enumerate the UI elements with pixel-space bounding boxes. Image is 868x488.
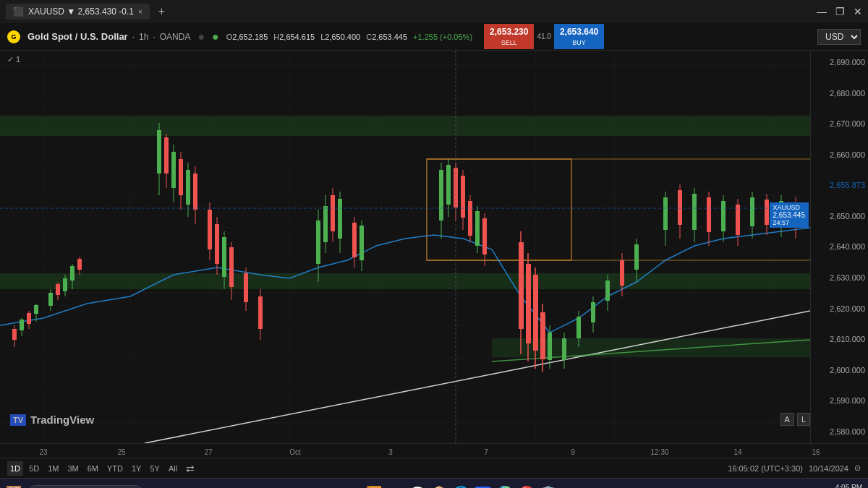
window-close-button[interactable]: ✕ [854,6,862,17]
taskbar-chat-icon[interactable]: 💬 [409,485,425,489]
svg-rect-38 [34,305,38,314]
taskbar-center: 🖼️ 📁 💬 📦 🌐 TV 🌍 🔴 🛡️ [366,485,557,489]
svg-rect-72 [258,296,263,329]
start-button[interactable]: 🪟 [6,485,22,489]
price-level-2680: 2,680.000 [814,89,865,98]
price-level-2630: 2,630.000 [814,273,865,282]
svg-rect-88 [446,165,451,205]
svg-rect-130 [721,201,726,231]
bottom-right-info: 16:05:02 (UTC+3:30) 10/14/2024 ⊙ [728,463,861,473]
taskbar-shield-icon[interactable]: 🛡️ [540,485,556,489]
current-price-area: XAUUSD 2,653.445 24:57 [770,202,811,228]
search-box[interactable]: 🔍 Search [27,485,143,489]
svg-rect-50 [157,130,161,174]
a-button[interactable]: A [780,413,794,426]
svg-rect-34 [20,320,24,330]
tf-5d[interactable]: 5D [26,461,42,476]
taskbar-explorer-icon[interactable]: 📁 [388,485,404,489]
svg-rect-134 [750,197,754,226]
price-level-2670: 2,670.000 [814,119,865,128]
svg-rect-0 [0,51,810,443]
svg-rect-60 [193,174,197,210]
tf-3m[interactable]: 3M [64,461,81,476]
svg-rect-124 [678,190,682,225]
close-tab-button[interactable]: × [138,8,142,16]
svg-rect-62 [208,210,212,249]
tab-label: XAUUSD ▼ 2,653.430 -0.1 [28,7,134,17]
price-level-2640: 2,640.000 [814,242,865,251]
date-1230: 12:30 [650,448,668,456]
broker-name: OANDA [160,32,191,42]
taskbar-edge-icon[interactable]: 🌍 [497,485,513,489]
svg-rect-70 [244,273,248,302]
taskbar-norton-icon[interactable]: 🔴 [519,485,535,489]
svg-rect-36 [27,313,31,324]
svg-rect-68 [229,247,234,287]
date-3: 3 [388,448,393,456]
tf-1d[interactable]: 1D [7,461,23,476]
svg-rect-58 [186,170,190,205]
maximize-button[interactable]: ❐ [835,6,845,17]
l-button[interactable]: L [797,413,810,426]
chart-svg [0,51,810,443]
svg-rect-128 [707,197,711,232]
taskbar-store-icon[interactable]: 📦 [431,485,447,489]
taskbar-files-icon[interactable]: 🖼️ [366,485,382,489]
buy-button[interactable]: 2,653.640 BUY [554,24,604,49]
title-bar-right: — ❐ ✕ [817,6,862,17]
title-bar: ⬛ XAUUSD ▼ 2,653.430 -0.1 × + — ❐ ✕ [0,0,868,23]
price-level-2690: 2,690.000 [814,58,865,67]
tf-1m[interactable]: 1M [45,461,61,476]
taskbar-left: 🪟 🔍 Search [6,485,143,489]
symbol-name: Gold Spot / U.S. Dollar [27,31,128,42]
svg-rect-64 [215,224,219,264]
al-buttons: A L [780,413,810,426]
svg-rect-126 [692,194,697,230]
clock-time: 4:05 PM [826,483,862,489]
tf-5y[interactable]: 5Y [147,461,162,476]
svg-rect-104 [533,275,538,351]
system-clock[interactable]: 4:05 PM 10/14/2024 [826,483,862,489]
svg-rect-136 [765,200,769,225]
date-oct: Oct [289,448,301,456]
svg-rect-98 [482,218,487,254]
date-16: 16 [812,448,820,456]
add-tab-button[interactable]: + [158,5,165,18]
tf-1y[interactable]: 1Y [129,461,144,476]
taskbar: 🪟 🔍 Search 🖼️ 📁 💬 📦 🌐 TV 🌍 🔴 🛡️ ^ FA 🔊 📶… [0,478,868,488]
tab-icon: ⬛ [13,7,24,17]
currency-selector[interactable]: USD [817,29,861,45]
tf-6m[interactable]: 6M [85,461,101,476]
tf-ytd[interactable]: YTD [104,461,126,476]
symbol-icon: G [7,30,20,43]
svg-rect-100 [519,242,524,329]
active-tab[interactable]: ⬛ XAUUSD ▼ 2,653.430 -0.1 × [6,4,150,20]
sell-button[interactable]: 2,653.230 SELL [484,24,534,49]
taskbar-chrome-icon[interactable]: 🌐 [453,485,469,489]
timeframe-label: 1h [139,32,148,42]
tf-all[interactable]: All [166,461,180,476]
minimize-button[interactable]: — [817,6,827,17]
price-scale: 2,690.000 2,680.000 2,670.000 2,660.000 … [810,51,868,443]
chart-area[interactable]: ✓ 1 XAUUSD 2,653.445 24:57 [0,51,810,443]
price-level-2620: 2,620.000 [814,304,865,313]
svg-rect-24 [0,273,810,289]
svg-rect-80 [338,199,342,239]
svg-rect-84 [359,226,364,260]
title-bar-left: ⬛ XAUUSD ▼ 2,653.430 -0.1 × + [6,4,165,20]
svg-rect-78 [331,195,335,231]
compare-button[interactable]: ⇄ [183,461,197,476]
bottom-toolbar: 1D 5D 1M 3M 6M YTD 1Y 5Y All ⇄ 16:05:02 … [0,458,868,478]
svg-rect-132 [736,205,740,235]
svg-rect-44 [63,278,67,291]
fullscreen-icon[interactable]: ⊙ [854,463,861,473]
chart-header: G Gold Spot / U.S. Dollar · 1h · OANDA ●… [0,23,868,51]
spread-value: 41.0 [537,33,550,40]
broker-label: · [153,32,155,42]
open-value: O2,652.185 [226,33,268,41]
svg-rect-32 [12,329,17,340]
date-9: 9 [571,448,575,456]
svg-rect-66 [222,237,226,277]
svg-rect-118 [620,260,624,286]
ohlc-data: O2,652.185 H2,654.615 L2,650.400 C2,653.… [226,33,472,41]
